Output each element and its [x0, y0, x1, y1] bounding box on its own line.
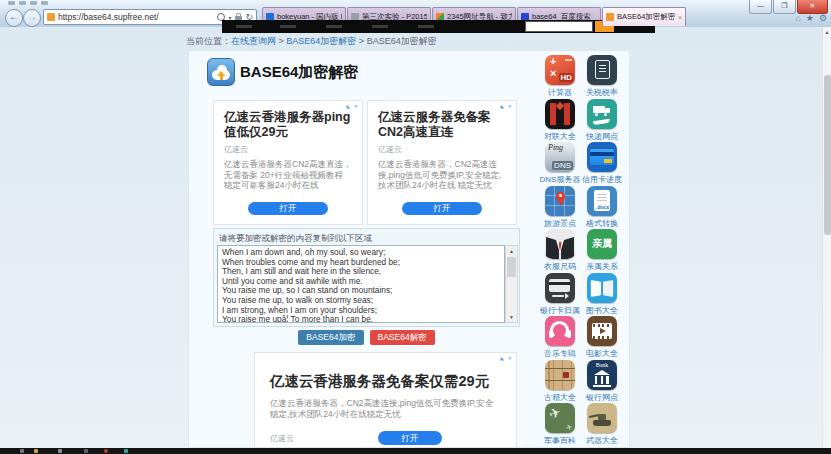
credit-card-icon[interactable] [587, 142, 617, 172]
sidebar-item-ancient-books[interactable]: 古籍大全 [540, 360, 580, 404]
window-controls: — ❐ ✕ [749, 0, 828, 14]
ad-card-right[interactable]: ◣ ✕ 亿速云服务器免备案CN2高速直连 亿速云 亿速云香港服务器，CN2高速连… [367, 100, 517, 225]
calculator-icon[interactable]: + × HD [545, 55, 575, 85]
ad-choices-icon[interactable]: ◣ ✕ [501, 103, 513, 109]
ad-title[interactable]: 亿速云服务器免备案CN2高速直连 [378, 110, 506, 140]
sidebar-item-music[interactable]: 音乐专辑 [540, 316, 580, 360]
ad-choices-icon[interactable]: ◣ ✕ [347, 103, 359, 109]
sidebar-item-movies[interactable]: 电影大全 [582, 316, 622, 360]
minimize-button[interactable]: — [749, 0, 772, 14]
taskbar[interactable] [0, 448, 831, 454]
home-icon[interactable]: ⌂ [795, 13, 800, 23]
base64-favicon [606, 13, 614, 21]
dns-server-icon[interactable]: Ping DNS [545, 142, 575, 172]
sidebar-item-tariff[interactable]: 关税税率 [582, 55, 622, 99]
tab-close-icon[interactable]: × [678, 14, 682, 21]
sidebar-item-bank-branch[interactable]: Bank 银行网点 [582, 360, 622, 404]
sidebar-item-kinship[interactable]: 亲属 亲属关系 [582, 229, 622, 273]
restore-button[interactable]: ❐ [773, 0, 796, 14]
kinship-icon[interactable]: 亲属 [587, 229, 617, 259]
scroll-up-icon[interactable]: ▲ [823, 27, 831, 37]
ad-open-button[interactable]: 打开 [378, 431, 442, 445]
encoder-instruction: 请将要加密或解密的内容复制到以下区域 [219, 233, 519, 245]
tariff-rate-icon[interactable] [587, 55, 617, 85]
couplet-icon[interactable] [545, 99, 575, 129]
breadcrumb-home-link[interactable]: 在线查询网 [231, 36, 276, 46]
textarea-scrollbar[interactable]: ▲ ▼ [505, 245, 518, 323]
scrollbar-thumb[interactable] [507, 257, 516, 277]
travel-spot-icon[interactable] [545, 186, 575, 216]
close-button[interactable]: ✕ [797, 0, 828, 14]
base64-encode-button[interactable]: BASE64加密 [298, 330, 363, 345]
breadcrumb-current: BASE64加密解密 [367, 36, 437, 46]
bank-branch-icon[interactable]: Bank [587, 360, 617, 390]
base64-upload-icon [207, 58, 235, 86]
encoder-section: 请将要加密或解密的内容复制到以下区域 When I am down and, o… [213, 228, 520, 327]
breadcrumb: 当前位置：在线查询网 > BASE64加密解密 > BASE64加密解密 [186, 35, 437, 48]
sidebar-item-bankcard[interactable]: 银行卡归属 [540, 273, 580, 317]
ancient-books-icon[interactable] [545, 360, 575, 390]
base64-decode-button[interactable]: BASE64解密 [370, 330, 435, 345]
scroll-down-icon[interactable]: ▼ [506, 312, 517, 322]
sidebar-item-travel[interactable]: 旅游景点 [540, 186, 580, 230]
express-outlet-icon[interactable] [587, 99, 617, 129]
ad-title[interactable]: 亿速云香港服务器免备案仅需29元 [270, 372, 501, 391]
favorites-star-icon[interactable]: ★ [806, 13, 814, 23]
breadcrumb-section-link[interactable]: BASE64加密解密 [286, 36, 356, 46]
sidebar-item-dns[interactable]: Ping DNS DNS服务器 [540, 142, 580, 186]
page-title: BASE64加密解密 [207, 58, 358, 86]
sidebar-item-express[interactable]: 快递网点 [582, 99, 622, 143]
gear-icon[interactable]: ⚙ [819, 13, 827, 23]
ad-card-bottom[interactable]: ◣ ✕ 亿速云香港服务器免备案仅需29元 亿速云香港服务器，CN2高速连接,pi… [254, 352, 517, 448]
sidebar-item-creditcard[interactable]: 信用卡进度 [582, 142, 622, 186]
sidebar-item-military[interactable]: ✈ ✈ 军事百科 [540, 403, 580, 447]
webpage: 当前位置：在线查询网 > BASE64加密解密 > BASE64加密解密 BAS… [0, 27, 831, 448]
ad-advertiser: 亿速云 [224, 144, 352, 155]
sidebar-item-couplet[interactable]: 对联大全 [540, 99, 580, 143]
ad-body: 亿速云香港服务器，CN2高速连接,ping值低可免费换IP,安全 稳定,技术团队… [270, 398, 501, 420]
clothes-size-icon[interactable] [545, 229, 575, 259]
sidebar-item-books[interactable]: 图书大全 [582, 273, 622, 317]
sidebar-item-format[interactable]: .docx 格式转换 [582, 186, 622, 230]
ad-title[interactable]: 亿速云香港服务器ping值低仅29元 [224, 110, 352, 140]
back-button[interactable]: ← [5, 9, 23, 27]
ad-choices-icon[interactable]: ◣ ✕ [501, 355, 513, 361]
books-icon[interactable] [587, 273, 617, 303]
page-scrollbar[interactable]: ▲ [822, 27, 831, 448]
screen: ← → https://base64.supfree.net/ ▾ ↻ boke… [0, 0, 831, 454]
format-convert-icon[interactable]: .docx [587, 186, 617, 216]
background-search-box [525, 21, 593, 32]
ad-open-button[interactable]: 打开 [402, 202, 482, 215]
encoder-textarea[interactable]: When I am down and, oh my soul, so weary… [217, 245, 505, 323]
ad-advertiser: 亿速云 [270, 433, 294, 444]
sidebar-item-calculator[interactable]: + × HD 计算器 [540, 55, 580, 99]
ad-body: 亿速云香港服务器CN2高速直连，无需备案 20+行业领袖视频教程 稳定可靠客服2… [224, 159, 352, 191]
ad-advertiser: 亿速云 [378, 144, 506, 155]
movies-icon[interactable] [587, 316, 617, 346]
app-sidebar: + × HD 计算器 关税税率 对联大全 [540, 55, 622, 447]
weapons-icon[interactable] [587, 403, 617, 433]
browser-quick-icons: ⌂ ★ ⚙ [795, 13, 827, 23]
ad-body: 亿速云香港服务器，CN2高速连接,ping值低可免费换IP,安全稳定,技术团队2… [378, 159, 506, 191]
url-text[interactable]: https://base64.supfree.net/ [58, 12, 216, 22]
bank-card-icon[interactable] [545, 273, 575, 303]
site-favicon [47, 13, 55, 21]
background-window-icons [8, 1, 48, 5]
scrollbar-thumb[interactable] [824, 75, 831, 235]
military-icon[interactable]: ✈ ✈ [545, 403, 575, 433]
music-album-icon[interactable] [545, 316, 575, 346]
encoder-buttons: BASE64加密 BASE64解密 [213, 330, 520, 345]
tab-base64-active[interactable]: BASE64加密解密 × [602, 7, 686, 26]
sidebar-item-weapons[interactable]: 武器大全 [582, 403, 622, 447]
forward-button[interactable]: → [23, 9, 41, 27]
sidebar-item-clothes-size[interactable]: 衣服尺码 [540, 229, 580, 273]
background-window-strip [222, 20, 655, 33]
ad-card-left[interactable]: ◣ ✕ 亿速云香港服务器ping值低仅29元 亿速云 亿速云香港服务器CN2高速… [213, 100, 363, 225]
scroll-up-icon[interactable]: ▲ [506, 246, 517, 256]
ad-open-button[interactable]: 打开 [248, 202, 328, 215]
page-title-text: BASE64加密解密 [240, 63, 358, 82]
